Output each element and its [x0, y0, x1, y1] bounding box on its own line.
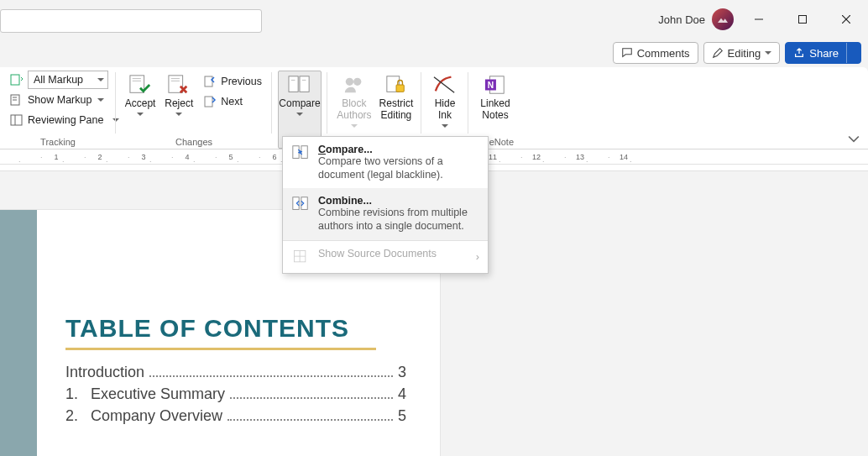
- group-label: Tracking: [0, 137, 116, 147]
- accept-label: Accept: [125, 98, 156, 110]
- svg-rect-20: [300, 76, 309, 92]
- toc-heading: TABLE OF CONTENTS: [65, 314, 406, 343]
- svg-rect-30: [293, 146, 299, 159]
- comments-label: Comments: [637, 47, 690, 60]
- chevron-down-icon: [442, 124, 448, 128]
- avatar[interactable]: [712, 8, 734, 30]
- menu-item-desc: Compare two versions of a document (lega…: [318, 155, 479, 181]
- chevron-down-icon: [175, 113, 182, 116]
- share-label: Share: [809, 47, 839, 60]
- compare-label: Compare: [279, 98, 320, 110]
- reject-label: Reject: [165, 98, 193, 110]
- chevron-down-icon: [137, 113, 144, 116]
- compare-icon: [287, 73, 312, 97]
- block-authors-icon: [342, 73, 367, 97]
- share-button[interactable]: Share: [785, 42, 861, 64]
- maximize-button[interactable]: [784, 7, 821, 32]
- chevron-down-icon: [351, 124, 358, 128]
- svg-rect-18: [205, 97, 212, 107]
- search-box[interactable]: [0, 9, 262, 33]
- share-icon: [793, 47, 805, 59]
- toc-page: 3: [398, 364, 406, 381]
- menu-item-combine[interactable]: Combine... Combine revisions from multip…: [283, 188, 488, 239]
- svg-rect-9: [11, 115, 22, 125]
- toc-title: Introduction: [65, 364, 144, 381]
- previous-button[interactable]: Previous: [200, 72, 265, 91]
- toc-row[interactable]: Introduction3: [65, 364, 406, 381]
- svg-rect-19: [289, 76, 298, 92]
- svg-rect-26: [396, 85, 404, 92]
- title-bar: John Doe: [0, 0, 868, 39]
- pencil-icon: [712, 47, 724, 59]
- show-markup-button[interactable]: Show Markup: [7, 91, 111, 109]
- reviewing-pane-icon: [10, 113, 24, 127]
- restrict-editing-icon: [384, 73, 409, 97]
- user-name: John Doe: [658, 13, 705, 26]
- svg-rect-17: [205, 76, 212, 86]
- menu-item-title: Show Source Documents: [318, 248, 437, 259]
- toc-leader: [149, 375, 393, 377]
- comments-button[interactable]: Comments: [613, 42, 698, 64]
- svg-point-23: [346, 78, 353, 86]
- reviewing-pane-button[interactable]: Reviewing Pane: [7, 111, 111, 129]
- reviewing-pane-label: Reviewing Pane: [28, 114, 103, 126]
- next-button[interactable]: Next: [200, 92, 265, 111]
- editing-label: Editing: [728, 47, 761, 60]
- toc-page: 4: [398, 385, 406, 403]
- svg-rect-5: [11, 75, 19, 85]
- toc-row[interactable]: 1.Executive Summary4: [65, 385, 406, 403]
- svg-text:N: N: [488, 81, 494, 90]
- show-markup-icon: [10, 93, 24, 107]
- toc-underline: [65, 348, 376, 350]
- ribbon-collapse-button[interactable]: [848, 135, 860, 144]
- compare-dropdown-menu: Compare... Compare two versions of a doc…: [282, 136, 489, 274]
- compare-docs-icon: [291, 144, 310, 162]
- chevron-down-icon: [97, 98, 104, 102]
- toc-row[interactable]: 2.Company Overview5: [65, 407, 406, 425]
- chevron-down-icon: [296, 113, 303, 116]
- group-tracking: All Markup Show Markup Reviewing Pane Tr…: [0, 67, 116, 149]
- svg-point-24: [353, 78, 361, 86]
- block-authors-label: Block Authors: [334, 98, 374, 122]
- comment-icon: [621, 47, 633, 59]
- onenote-icon: N: [483, 73, 508, 97]
- reject-icon: [166, 73, 191, 97]
- editing-mode-button[interactable]: Editing: [703, 42, 781, 64]
- table-of-contents: TABLE OF CONTENTS Introduction31.Executi…: [65, 314, 406, 429]
- restrict-editing-label: Restrict Editing: [378, 98, 415, 122]
- combine-docs-icon: [291, 195, 310, 213]
- accept-icon: [128, 73, 153, 97]
- toc-title: Company Overview: [91, 407, 222, 425]
- minimize-button[interactable]: [740, 7, 777, 32]
- svg-rect-0: [716, 13, 729, 26]
- toc-leader: [227, 419, 393, 421]
- previous-icon: [203, 75, 217, 88]
- hide-ink-icon: [432, 73, 458, 97]
- svg-rect-2: [799, 16, 807, 24]
- toc-leader: [230, 397, 393, 399]
- display-for-review-combo[interactable]: All Markup: [28, 71, 108, 89]
- svg-rect-33: [301, 197, 307, 210]
- show-source-icon: [291, 248, 310, 266]
- menu-item-title: Combine...: [318, 195, 479, 207]
- show-markup-label: Show Markup: [28, 94, 92, 106]
- linked-notes-label: Linked Notes: [475, 98, 515, 122]
- svg-rect-14: [169, 76, 183, 92]
- chevron-down-icon: [97, 78, 104, 81]
- combo-value: All Markup: [34, 74, 83, 86]
- chevron-down-icon: [765, 51, 771, 55]
- menu-item-title: Compare...: [318, 144, 479, 155]
- markup-icon: [10, 73, 24, 86]
- next-label: Next: [221, 96, 243, 107]
- close-button[interactable]: [828, 7, 865, 32]
- action-bar: Comments Editing Share: [0, 39, 868, 67]
- next-icon: [203, 95, 217, 108]
- toc-number: 2.: [65, 407, 91, 425]
- display-for-review-row: All Markup: [7, 71, 111, 89]
- toc-number: 1.: [65, 385, 91, 403]
- group-label: Changes: [116, 137, 272, 147]
- menu-item-show-source: Show Source Documents ›: [283, 241, 488, 273]
- toc-page: 5: [398, 407, 406, 425]
- menu-item-compare[interactable]: Compare... Compare two versions of a doc…: [283, 137, 488, 188]
- svg-rect-32: [293, 197, 299, 210]
